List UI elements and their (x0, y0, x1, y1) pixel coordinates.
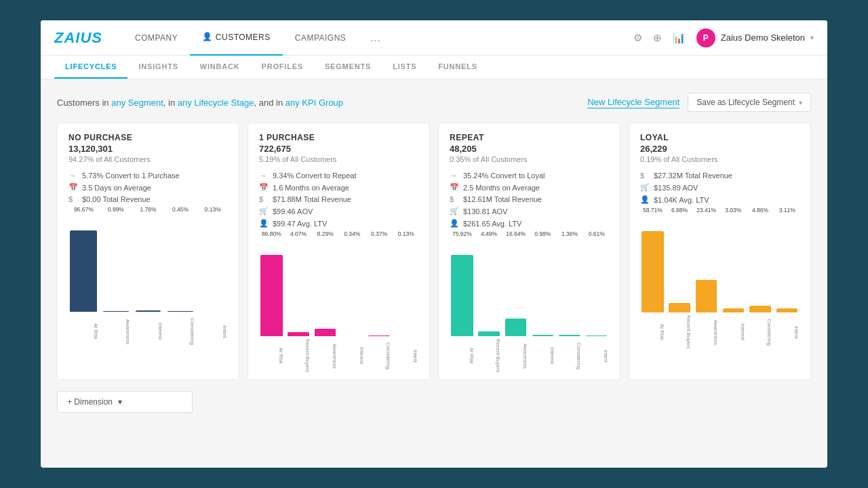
filter-row: Customers in any Segment, in any Lifecyc… (57, 93, 811, 112)
caret-icon: ▾ (799, 99, 802, 106)
stat-icon: 📅 (259, 183, 269, 192)
bars-row: 86.80% 4.07% 8.29% 0.34% 0.37% (259, 241, 418, 336)
save-lifecycle-segment-button[interactable]: Save as Lifecycle Segment ▾ (688, 93, 811, 112)
card-stat: 📅 1.6 Months on Average (259, 183, 418, 192)
bar-column: 96.67% (68, 217, 99, 312)
stat-icon: $ (68, 195, 78, 203)
tab-funnels[interactable]: FUNNELS (427, 56, 488, 79)
x-axis-label: Interest (340, 339, 365, 373)
bar-column: 58.71% (640, 218, 665, 312)
card-title: 1 PURCHASE (259, 133, 418, 142)
main-content: Customers in any Segment, in any Lifecyc… (41, 79, 827, 426)
nav-customers[interactable]: 👤 CUSTOMERS (190, 20, 282, 56)
stat-icon: 📅 (68, 183, 78, 192)
bar-column: 4.49% (477, 241, 502, 336)
card-stat: 🛒 $130.81 AOV (450, 207, 609, 216)
bar-column: 0.45% (165, 217, 196, 312)
x-axis-label: Considering (557, 339, 583, 373)
bar-fill (696, 280, 717, 312)
user-name: Zaius Demo Skeleton (721, 33, 805, 43)
bar-fill (478, 331, 499, 336)
bar-top-label: 75.92% (452, 230, 472, 237)
card-chart: 58.71% 6.88% 23.41% 3.03% 4.86% (640, 218, 800, 326)
x-axis-label: Considering (165, 314, 196, 348)
card-pct: 0.19% of All Customers (640, 155, 800, 163)
avatar: P (696, 28, 715, 47)
bar-fill (723, 308, 744, 312)
add-dimension-button[interactable]: + Dimension ▾ (57, 391, 193, 413)
x-axis-label: Intent (197, 314, 228, 348)
bar-top-label: 0.99% (108, 206, 124, 213)
card-chart: 75.92% 4.49% 16.64% 0.98% 1.36% (450, 241, 609, 350)
card-stat: 🛒 $135.89 AOV (640, 183, 800, 192)
bar-column: 3.11% (774, 218, 800, 312)
chart-icon[interactable]: 📊 (673, 32, 686, 44)
card-count: 13,120,301 (68, 144, 228, 154)
card-chart: 96.67% 0.99% 1.76% 0.45% 0.13% (68, 217, 228, 325)
segment-filter-link[interactable]: any Segment (111, 98, 163, 108)
x-axis-label: At Risk (640, 315, 665, 349)
bar-fill (70, 230, 97, 312)
tab-lifecycles[interactable]: LIFECYCLES (54, 56, 127, 79)
user-badge[interactable]: P Zaius Demo Skeleton ▾ (696, 28, 814, 47)
card-pct: 0.35% of All Customers (450, 155, 609, 163)
bar-column: 6.88% (667, 218, 692, 312)
stat-icon: 👤 (640, 195, 650, 204)
bar-top-label: 1.36% (561, 230, 578, 237)
bar-top-label: 4.07% (290, 230, 307, 237)
bar-column: 16.64% (503, 241, 528, 336)
x-axis-label: Awareness (101, 314, 132, 348)
customers-icon: 👤 (202, 32, 213, 41)
bar-top-label: 23.41% (696, 207, 716, 214)
bar-fill (776, 308, 797, 312)
x-labels-row: At Risk Awareness Interest Considering I… (68, 314, 228, 348)
x-labels-row: At Risk Recent Buyers Awareness Interest… (259, 339, 418, 373)
stat-icon: → (68, 171, 78, 180)
tab-profiles[interactable]: PROFILES (251, 56, 314, 79)
card-title: LOYAL (640, 133, 800, 142)
bar-fill (586, 336, 607, 336)
bar-fill (559, 335, 580, 336)
card-stat: 📅 2.5 Months on Average (450, 183, 609, 192)
nav-right: ⚙ ⊕ 📊 P Zaius Demo Skeleton ▾ (633, 28, 814, 47)
nav-more[interactable]: ... (358, 20, 393, 56)
lifecycle-filter-link[interactable]: any Lifecycle Stage (178, 98, 254, 108)
bar-fill (669, 303, 690, 312)
bar-top-label: 58.71% (643, 207, 663, 214)
nav-campaigns[interactable]: CAMPAIGNS (283, 20, 359, 56)
x-axis-label: Awareness (503, 339, 528, 373)
bar-column: 4.07% (286, 241, 311, 336)
bar-column: 0.98% (530, 241, 555, 336)
bar-top-label: 0.13% (205, 206, 221, 213)
chevron-down-icon: ▾ (810, 34, 814, 41)
bar-fill (136, 310, 161, 312)
settings-icon[interactable]: ⚙ (633, 32, 642, 44)
kpi-filter-link[interactable]: any KPI Group (285, 98, 343, 108)
app-logo: ZAIUS (54, 29, 102, 47)
new-lifecycle-segment-button[interactable]: New Lifecycle Segment (587, 97, 679, 108)
tab-insights[interactable]: INSIGHTS (127, 56, 189, 79)
tab-segments[interactable]: SEGMENTS (314, 56, 382, 79)
x-axis-label: Awareness (694, 315, 719, 349)
card-stat: $ $12.61M Total Revenue (450, 195, 609, 203)
x-labels-row: At Risk Recent Buyers Awareness Interest… (450, 339, 609, 373)
x-axis-label: Interest (721, 315, 746, 349)
bar-fill (749, 306, 770, 312)
nav-company[interactable]: COMPANY (123, 20, 190, 56)
bar-column: 3.03% (721, 218, 746, 312)
bar-column: 75.92% (450, 241, 475, 336)
bar-fill (451, 255, 473, 336)
bar-fill (167, 311, 193, 312)
stat-icon: $ (259, 195, 269, 203)
integrations-icon[interactable]: ⊕ (653, 32, 662, 44)
lifecycle-cards: NO PURCHASE 13,120,301 94.27% of All Cus… (57, 123, 811, 380)
card-stat: $ $71.88M Total Revenue (259, 195, 418, 203)
x-axis-label: Intent (774, 315, 800, 349)
tab-lists[interactable]: LISTS (382, 56, 427, 79)
tab-winback[interactable]: WINBACK (189, 56, 251, 79)
bars-row: 58.71% 6.88% 23.41% 3.03% 4.86% (640, 218, 800, 312)
bar-top-label: 16.64% (506, 230, 526, 237)
card-count: 26,229 (640, 144, 800, 154)
dimension-section: + Dimension ▾ (57, 391, 811, 413)
bar-column: 0.37% (367, 241, 392, 336)
